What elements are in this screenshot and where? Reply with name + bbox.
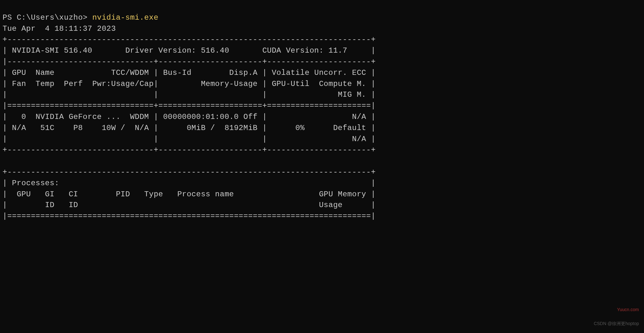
terminal-output: PS C:\Users\xuzho> nvidia-smi.exe Tue Ap… [0,0,644,223]
gpu-row-1: | 0 NVIDIA GeForce ... WDDM | 00000000:0… [3,113,376,121]
header-eq-sep: |===============================+=======… [3,101,376,110]
gpu-row-3: | | | N/A | [3,135,376,143]
table1-border-top: +---------------------------------------… [3,35,376,44]
blank-line [3,157,376,165]
gpu-row-2: | N/A 51C P8 10W / N/A | 0MiB / 8192MiB … [3,124,376,132]
ps-prompt: PS C:\Users\xuzho> [3,13,92,22]
processes-eq-sep: |=======================================… [3,212,376,220]
info-line: | NVIDIA-SMI 516.40 Driver Version: 516.… [3,46,376,55]
header-row-2: | Fan Temp Perf Pwr:Usage/Cap| Memory-Us… [3,80,376,88]
table1-border-bot: +-------------------------------+-------… [3,146,376,154]
timestamp-line: Tue Apr 4 18:11:37 2023 [3,24,116,33]
processes-hdr-1: | GPU GI CI PID Type Process name GPU Me… [3,190,376,199]
processes-hdr-2: | ID ID Usage | [3,201,376,209]
header-row-1: | GPU Name TCC/WDDM | Bus-Id Disp.A | Vo… [3,69,376,77]
table2-border-top: +---------------------------------------… [3,168,376,176]
header-row-3: | | | MIG M. | [3,90,376,99]
processes-title: | Processes: | [3,179,376,187]
header-separator: |-------------------------------+-------… [3,57,376,66]
command-text: nvidia-smi.exe [92,13,158,22]
